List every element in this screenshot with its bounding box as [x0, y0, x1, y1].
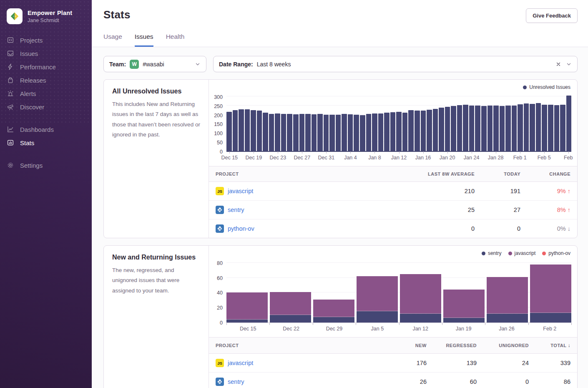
performance-icon: [7, 63, 14, 71]
date-range-selector[interactable]: Date Range: Last 8 weeks: [213, 56, 578, 72]
column-header-label: Total: [550, 343, 566, 348]
sidebar-item-label: Discover: [20, 103, 44, 111]
bar: [324, 115, 329, 151]
column-header-label: Last 8w Average: [428, 171, 475, 176]
x-axis-tick-label: Dec 27: [294, 155, 311, 161]
clear-icon[interactable]: [555, 61, 561, 67]
bar: [524, 103, 529, 151]
tab-issues[interactable]: Issues: [135, 33, 153, 47]
project-link[interactable]: sentry: [228, 378, 244, 385]
discover-icon: [7, 103, 14, 111]
bar: [239, 109, 244, 151]
new-value: 26: [387, 373, 433, 388]
user-name: Jane Schmidt: [28, 18, 72, 23]
stacked-bar: [400, 274, 441, 322]
bar: [505, 106, 511, 151]
legend-item-unresolved-issues[interactable]: Unresolved Issues: [523, 84, 570, 90]
sidebar-item-releases[interactable]: Releases: [7, 73, 85, 87]
sidebar-item-discover[interactable]: Discover: [7, 100, 85, 113]
content: Team: W #wasabi Date Range: Last 8 weeks: [92, 47, 588, 388]
x-axis-tick-label: Jan 8: [368, 155, 381, 161]
project-link[interactable]: javascript: [228, 360, 253, 366]
bar: [299, 114, 305, 151]
org-switcher[interactable]: Empower Plant Jane Schmidt: [0, 0, 92, 33]
project-link[interactable]: python-ov: [228, 225, 254, 232]
stacked-bar: [487, 277, 528, 322]
legend-item-sentry[interactable]: sentry: [482, 250, 502, 256]
table-row: JSjavascript17613924339: [209, 354, 577, 373]
sidebar-item-label: Stats: [20, 139, 34, 146]
legend-item-python-ov[interactable]: python-ov: [542, 250, 570, 256]
bar: [560, 105, 565, 151]
date-range-value: Last 8 weeks: [257, 61, 291, 68]
column-header-project: Project: [209, 338, 387, 354]
bar-segment-javascript: [270, 292, 311, 315]
bar: [226, 112, 232, 151]
bar: [390, 112, 396, 151]
sidebar-group: ProjectsIssuesPerformanceReleasesAlertsD…: [0, 33, 92, 113]
x-axis-tick-label: Jan 19: [456, 326, 472, 332]
team-selector[interactable]: Team: W #wasabi: [103, 56, 206, 72]
unignored-value: 0: [483, 373, 535, 388]
column-header-label: Regressed: [446, 343, 477, 348]
tab-usage[interactable]: Usage: [103, 33, 122, 47]
project-link[interactable]: sentry: [228, 207, 244, 213]
bar: [481, 106, 487, 151]
legend-item-javascript[interactable]: javascript: [508, 250, 536, 256]
x-axis-tick-label: Jan 5: [371, 326, 384, 332]
project-link[interactable]: javascript: [228, 188, 253, 194]
org-text: Empower Plant Jane Schmidt: [28, 10, 72, 23]
bar: [469, 106, 475, 151]
regressed-value: 60: [433, 373, 483, 388]
x-axis-tick-label: Dec 15: [240, 326, 256, 332]
empower-plant-logo-icon: [7, 8, 23, 24]
legend-label: python-ov: [548, 250, 570, 256]
sidebar-item-projects[interactable]: Projects: [7, 33, 85, 47]
sidebar: Empower Plant Jane Schmidt ProjectsIssue…: [0, 0, 92, 388]
bar: [445, 107, 450, 151]
bar: [500, 106, 505, 151]
y-axis-tick-label: 40: [217, 290, 223, 296]
bar: [396, 112, 402, 151]
today-value: 0: [481, 219, 527, 238]
bar: [415, 111, 420, 151]
sidebar-group: DashboardsStats: [0, 123, 92, 149]
today-value: 191: [481, 182, 527, 201]
sidebar-item-issues[interactable]: Issues: [7, 47, 85, 60]
bar-segment-javascript: [357, 276, 398, 311]
issues-icon: [7, 50, 14, 57]
y-axis-tick-label: 150: [214, 121, 223, 127]
column-header-total[interactable]: Total↓: [535, 338, 577, 354]
y-axis-tick-label: 100: [214, 131, 223, 136]
team-label: Team:: [109, 61, 126, 68]
last-8w-average-value: 25: [402, 201, 481, 219]
x-axis: Dec 15Dec 22Dec 29Jan 5Jan 12Jan 19Jan 2…: [226, 323, 571, 333]
x-axis-tick-label: Feb: [564, 155, 573, 161]
bar: [287, 114, 292, 151]
plot-area: [226, 260, 571, 323]
tab-health[interactable]: Health: [166, 33, 185, 47]
x-axis-tick-label: Dec 15: [221, 155, 238, 161]
sidebar-item-dashboards[interactable]: Dashboards: [7, 123, 85, 136]
give-feedback-button[interactable]: Give Feedback: [526, 8, 578, 23]
sidebar-nav: ProjectsIssuesPerformanceReleasesAlertsD…: [0, 33, 92, 172]
sidebar-item-alerts[interactable]: Alerts: [7, 87, 85, 100]
sidebar-item-settings[interactable]: Settings: [7, 159, 85, 172]
bar: [233, 110, 238, 151]
bar: [457, 105, 462, 151]
unresolved-issues-chart[interactable]: Unresolved Issues050100150200250300Dec 1…: [209, 80, 577, 162]
unresolved-issues-table: ProjectLast 8w AverageTodayChangeJSjavas…: [209, 166, 577, 238]
bar: [512, 106, 517, 151]
bar: [384, 113, 389, 151]
x-axis-tick-label: Jan 28: [488, 155, 504, 161]
panel-left: All Unresolved Issues This includes New …: [104, 80, 209, 238]
sidebar-item-stats[interactable]: Stats: [7, 136, 85, 149]
new-returning-issues-chart[interactable]: sentryjavascriptpython-ov020406080Dec 15…: [209, 246, 577, 333]
sidebar-group: Settings: [0, 159, 92, 172]
y-axis-tick-label: 250: [214, 103, 223, 109]
sidebar-item-performance[interactable]: Performance: [7, 60, 85, 73]
column-header-label: Project: [216, 171, 239, 176]
panel-left: New and Returning Issues The new, regres…: [104, 246, 209, 388]
bar: [305, 114, 311, 151]
table-header-row: ProjectLast 8w AverageTodayChange: [209, 166, 577, 182]
